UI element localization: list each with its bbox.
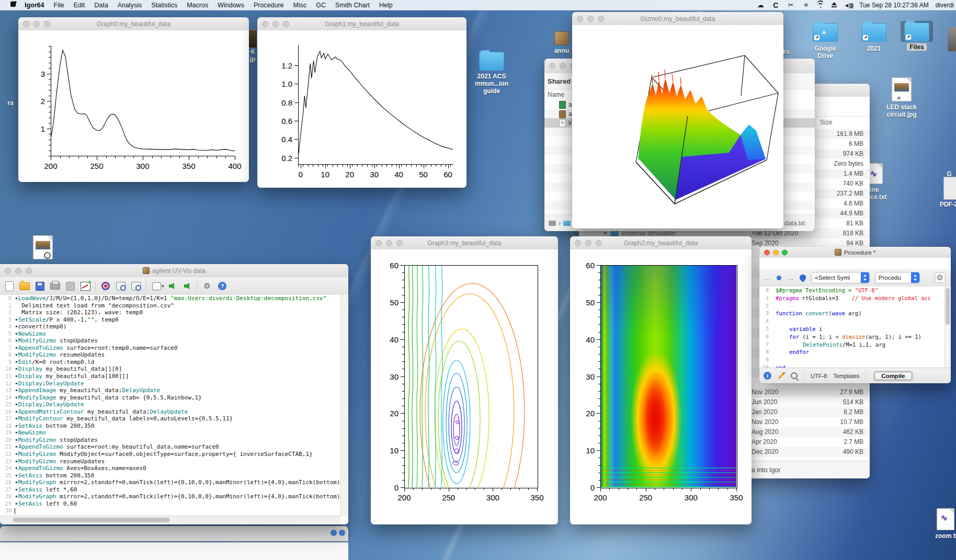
command-line[interactable]: 15•Display;DelayUpdate xyxy=(0,401,341,408)
settings-gear-icon[interactable]: ⚙ xyxy=(202,281,212,291)
procedure-line[interactable]: 8endfor xyxy=(759,348,944,356)
command-line[interactable]: 24•AppendToGizmo Axes=BoxAxes,name=axes0 xyxy=(0,465,341,472)
search-icon[interactable] xyxy=(791,372,798,379)
new-graph-icon[interactable] xyxy=(80,281,90,291)
window-browser-icon[interactable] xyxy=(131,281,141,291)
command-line[interactable]: 11•Display my_beautiful_data[100][] xyxy=(0,373,341,380)
command-history[interactable]: 0•LoadWave/J/M/U={1,0,1,0}/D/N=temp/O/E=… xyxy=(0,295,341,516)
command-line[interactable]: 1 Delimited text load from "decompositio… xyxy=(0,302,341,310)
command-line[interactable]: 25•SetAxis bottom 200,350 xyxy=(0,472,341,479)
menu-item-smith-chart[interactable]: Smith Chart xyxy=(331,2,374,9)
procedure-line[interactable]: 3function convert(wave arg) xyxy=(759,310,944,317)
help-icon[interactable]: ? xyxy=(217,281,227,291)
cloud-sync-icon[interactable]: ☁ xyxy=(756,1,765,9)
graph0-plot-area[interactable]: 200250300350400123 xyxy=(18,30,249,182)
scrollbar-thumb[interactable] xyxy=(13,518,170,522)
desktop-icon-files[interactable]: ↗ Files xyxy=(901,21,933,51)
command-line[interactable]: 0•LoadWave/J/M/U={1,0,1,0}/D/N=temp/O/E=… xyxy=(0,295,341,302)
menu-item-macros[interactable]: Macros xyxy=(182,2,213,9)
graph1-plot-area[interactable]: 01020304050600.20.40.60.81.01.2 xyxy=(257,30,466,188)
window-controls[interactable] xyxy=(5,268,32,274)
vertical-scrollbar[interactable] xyxy=(340,295,348,516)
graph3-titlebar[interactable]: Graph3:my_beautiful_data xyxy=(371,236,558,250)
symbol-dropdown[interactable]: <Select Syml xyxy=(811,272,870,283)
menu-item-edit[interactable]: Edit xyxy=(69,2,90,9)
command-line[interactable]: 22•ModifyGizmo ModifyObject=surface0,obj… xyxy=(0,451,341,458)
compile-button[interactable]: Compile xyxy=(874,372,912,380)
command-line[interactable]: 16•AppendMatrixContour my_beautiful_data… xyxy=(0,408,341,416)
menu-item-data[interactable]: Data xyxy=(89,2,112,9)
save-copy-icon[interactable] xyxy=(65,281,75,291)
c-app-icon[interactable]: C xyxy=(771,1,780,9)
column-header-size[interactable]: Size xyxy=(820,119,832,126)
desktop-icon-acs-folder[interactable]: 2021 ACS mmun...ion guide xyxy=(473,52,510,95)
window-controls[interactable] xyxy=(575,240,602,246)
graph3-plot-area[interactable]: 2002503003500102030405060 xyxy=(371,249,558,524)
forward-arrow-icon[interactable]: → xyxy=(787,273,794,282)
command-line[interactable]: 20•ModifyGizmo stopUpdates xyxy=(0,437,341,444)
menu-item-misc[interactable]: Misc xyxy=(289,2,312,9)
desktop-icon-led-jpg[interactable]: ⌕ LED stack circuit.jpg xyxy=(883,77,920,118)
graph0-titlebar[interactable]: Graph0:my_beautiful_data xyxy=(18,17,249,31)
command-line[interactable]: 19•NewGizmo xyxy=(0,429,341,437)
desktop-icon-annu[interactable]: annu xyxy=(548,31,575,54)
menu-item-analysis[interactable]: Analysis xyxy=(113,2,147,9)
desktop-icon-2021[interactable]: ↗ 2021 xyxy=(858,23,890,52)
command-line[interactable]: 12•Display;DelayUpdate xyxy=(0,380,341,387)
horizontal-scrollbar[interactable] xyxy=(0,516,341,524)
command-line[interactable]: 21•AppendToGizmo surface=root:my_beautif… xyxy=(0,443,341,451)
command-line[interactable]: 2 Matrix size: (202,123), wave: temp0 xyxy=(0,309,341,316)
command-line[interactable]: 4•convert(temp0) xyxy=(0,323,341,330)
menu-user[interactable]: diverdi xyxy=(936,2,954,9)
scrollbar-thumb[interactable] xyxy=(946,288,950,325)
gizmo-3d-view[interactable] xyxy=(572,25,783,228)
procedure-line[interactable]: 0$#pragma TextEncoding = "UTF-8" xyxy=(759,287,944,294)
column-header-name[interactable]: Name xyxy=(548,91,564,98)
vertical-scrollbar[interactable] xyxy=(944,287,951,372)
command-line[interactable]: 28•ModifyGraph mirror=2,standoff=0,manTi… xyxy=(0,493,341,500)
desktop-icon-zoom-file[interactable]: ∿ zoom b xyxy=(935,508,956,540)
menu-clock[interactable]: Tue Sep 28 10:27:38 AM xyxy=(859,2,928,9)
new-experiment-icon[interactable] xyxy=(4,281,15,291)
edit-pencil-icon[interactable] xyxy=(778,372,784,379)
procedure-code[interactable]: 0$#pragma TextEncoding = "UTF-8"1#pragma… xyxy=(759,287,944,372)
wifi-icon[interactable] xyxy=(817,3,824,8)
window-controls[interactable] xyxy=(375,240,403,246)
recall-command-icon[interactable] xyxy=(166,281,177,291)
info-icon[interactable]: i xyxy=(764,372,771,380)
apple-menu-icon[interactable] xyxy=(7,1,20,9)
menu-item-app[interactable]: Igor64 xyxy=(20,2,49,9)
command-line[interactable]: 6•ModifyGizmo stopUpdates xyxy=(0,337,341,345)
procedure-titlebar[interactable]: Procedure * xyxy=(759,247,951,258)
gizmo-titlebar[interactable]: Gizmo0:my_beautiful_data xyxy=(572,12,783,26)
menu-item-windows[interactable]: Windows xyxy=(213,2,249,9)
path-file-label[interactable]: data.txt xyxy=(784,220,805,227)
command-titlebar[interactable]: agilent UV-Vis data xyxy=(0,264,348,278)
scissors-icon[interactable]: ✂ xyxy=(787,1,795,9)
bluetooth-icon[interactable]: ✲ xyxy=(802,1,810,9)
graph2-plot-area[interactable]: 2002503003500102030405060 xyxy=(570,249,752,524)
bookmark-dot-icon[interactable] xyxy=(777,276,781,280)
scroll-button[interactable] xyxy=(331,530,337,536)
procedure-line[interactable]: 1#pragma rtGlobals=3 // Use modern globa… xyxy=(759,294,944,302)
command-line[interactable]: 27•SetAxis left *,60 xyxy=(0,486,341,494)
command-line[interactable]: 17•ModifyContour my_beautiful_data label… xyxy=(0,415,341,422)
scroll-button[interactable] xyxy=(339,530,345,536)
desktop-icon-google-drive[interactable]: ▲↗ Google Drive xyxy=(808,23,843,60)
command-line[interactable]: 23•ModifyGizmo resumeUpdates xyxy=(0,458,341,465)
procedure-line[interactable]: 9 xyxy=(759,356,944,364)
desktop-icon-clipped[interactable] xyxy=(948,27,956,51)
procedure-line[interactable]: 2 xyxy=(759,302,944,310)
igor-help-icon[interactable] xyxy=(100,281,111,291)
procedure-target-dropdown[interactable]: Procedu xyxy=(875,272,920,283)
graph1-titlebar[interactable]: Graph1:my_beautiful_data xyxy=(257,17,466,31)
command-line[interactable]: 9•Edit/K=0 root:temp0.ld xyxy=(0,359,341,366)
procedure-line[interactable]: 6for (i = 1; i < dimsize(arg, 1); i += 1… xyxy=(759,333,944,341)
command-line[interactable]: 3•SetScale/P x 400,-1,"", temp0 xyxy=(0,316,341,324)
desktop-icon-label-fragment[interactable]: ra xyxy=(0,99,21,107)
back-arrow-icon[interactable]: ← xyxy=(764,273,771,282)
procedure-line[interactable]: 4 xyxy=(759,317,944,325)
command-line[interactable]: 30 xyxy=(0,507,341,515)
menu-item-statistics[interactable]: Statistics xyxy=(146,2,182,9)
desktop-icon-clipped[interactable] xyxy=(943,177,956,200)
